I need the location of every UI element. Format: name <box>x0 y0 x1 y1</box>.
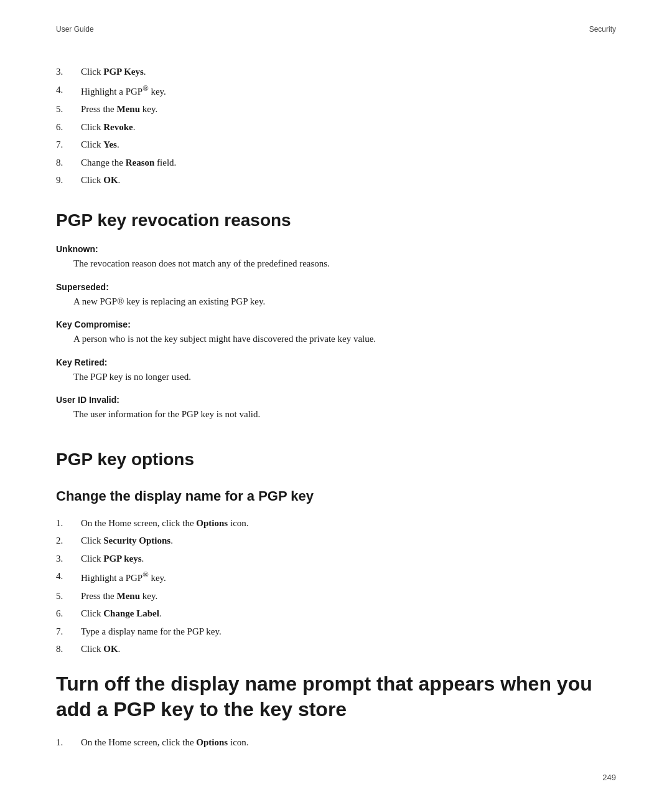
list-item: 4.Highlight a PGP® key. <box>56 569 616 585</box>
list-number: 4. <box>56 569 81 583</box>
revocation-title: PGP key revocation reasons <box>56 210 616 231</box>
definition-term: Key Compromise: <box>56 319 616 329</box>
list-number: 2. <box>56 534 81 548</box>
list-number: 9. <box>56 173 81 187</box>
revocation-section: PGP key revocation reasons Unknown:The r… <box>56 210 616 422</box>
list-text: Type a display name for the PGP key. <box>81 625 616 639</box>
bold-text: Menu <box>117 104 141 114</box>
list-text: Click OK. <box>81 642 616 656</box>
list-number: 7. <box>56 138 81 152</box>
header-right: Security <box>589 25 616 34</box>
bold-text: PGP Keys <box>103 67 144 77</box>
options-title: PGP key options <box>56 449 616 470</box>
list-number: 3. <box>56 65 81 79</box>
definition-desc: A new PGP® key is replacing an existing … <box>73 295 616 309</box>
definition-term: Key Retired: <box>56 357 616 367</box>
header-left: User Guide <box>56 25 94 34</box>
list-text: On the Home screen, click the Options ic… <box>81 735 616 750</box>
list-text: Change the Reason field. <box>81 156 616 170</box>
list-text: Click Change Label. <box>81 606 616 621</box>
list-item: 6.Click Revoke. <box>56 120 616 134</box>
list-item: 6.Click Change Label. <box>56 606 616 621</box>
bold-text: Security Options <box>103 536 170 545</box>
list-text: On the Home screen, click the Options ic… <box>81 516 616 531</box>
list-number: 6. <box>56 120 81 134</box>
list-text: Click Revoke. <box>81 120 616 134</box>
list-number: 6. <box>56 606 81 621</box>
bold-text: OK <box>103 175 118 185</box>
list-number: 7. <box>56 625 81 639</box>
intro-steps-list: 3.Click PGP Keys.4.Highlight a PGP® key.… <box>56 65 616 187</box>
page: User Guide Security 3.Click PGP Keys.4.H… <box>0 0 672 807</box>
superscript: ® <box>142 570 149 579</box>
page-number: 249 <box>602 773 616 782</box>
list-text: Highlight a PGP® key. <box>81 83 616 99</box>
list-item: 1.On the Home screen, click the Options … <box>56 735 616 750</box>
list-item: 8.Click OK. <box>56 642 616 656</box>
bold-text: Menu <box>117 591 141 601</box>
list-item: 4.Highlight a PGP® key. <box>56 83 616 99</box>
list-text: Press the Menu key. <box>81 589 616 603</box>
turn-off-section: Turn off the display name prompt that ap… <box>56 671 616 750</box>
list-item: 7.Type a display name for the PGP key. <box>56 625 616 639</box>
list-number: 5. <box>56 102 81 116</box>
list-item: 9.Click OK. <box>56 173 616 187</box>
list-item: 1.On the Home screen, click the Options … <box>56 516 616 531</box>
list-number: 8. <box>56 156 81 170</box>
list-text: Click Security Options. <box>81 534 616 548</box>
bold-text: Revoke <box>103 122 133 132</box>
definition-term: Superseded: <box>56 282 616 292</box>
list-item: 5.Press the Menu key. <box>56 102 616 116</box>
list-number: 4. <box>56 83 81 97</box>
bold-text: Reason <box>126 158 155 168</box>
bold-text: Change Label <box>103 608 159 618</box>
options-section: PGP key options <box>56 449 616 470</box>
definition-term: Unknown: <box>56 244 616 254</box>
bold-text: Options <box>196 737 228 747</box>
list-item: 8.Change the Reason field. <box>56 156 616 170</box>
list-number: 5. <box>56 589 81 603</box>
list-item: 7.Click Yes. <box>56 138 616 152</box>
bold-text: Yes <box>103 139 117 149</box>
change-display-title: Change the display name for a PGP key <box>56 488 616 504</box>
list-number: 8. <box>56 642 81 656</box>
superscript: ® <box>142 84 149 93</box>
turn-off-title: Turn off the display name prompt that ap… <box>56 671 616 723</box>
list-item: 2.Click Security Options. <box>56 534 616 548</box>
bold-text: Options <box>196 518 228 528</box>
definition-desc: The revocation reason does not match any… <box>73 257 616 271</box>
turn-off-steps: 1.On the Home screen, click the Options … <box>56 735 616 750</box>
change-display-steps: 1.On the Home screen, click the Options … <box>56 516 616 656</box>
list-text: Click PGP Keys. <box>81 65 616 79</box>
list-number: 1. <box>56 735 81 750</box>
main-content: 3.Click PGP Keys.4.Highlight a PGP® key.… <box>56 65 616 749</box>
list-item: 3.Click PGP Keys. <box>56 65 616 79</box>
bold-text: OK <box>103 644 118 654</box>
list-text: Press the Menu key. <box>81 102 616 116</box>
definition-desc: The PGP key is no longer used. <box>73 370 616 384</box>
revocation-reasons: Unknown:The revocation reason does not m… <box>56 244 616 422</box>
bold-text: PGP keys <box>103 554 141 564</box>
list-item: 3.Click PGP keys. <box>56 552 616 566</box>
definition-desc: The user information for the PGP key is … <box>73 407 616 422</box>
list-number: 1. <box>56 516 81 531</box>
list-item: 5.Press the Menu key. <box>56 589 616 603</box>
list-text: Click Yes. <box>81 138 616 152</box>
list-text: Click PGP keys. <box>81 552 616 566</box>
list-number: 3. <box>56 552 81 566</box>
change-display-section: Change the display name for a PGP key 1.… <box>56 488 616 656</box>
list-text: Click OK. <box>81 173 616 187</box>
definition-term: User ID Invalid: <box>56 395 616 405</box>
page-header: User Guide Security <box>56 25 616 34</box>
list-text: Highlight a PGP® key. <box>81 569 616 585</box>
definition-desc: A person who is not the key subject migh… <box>73 332 616 346</box>
